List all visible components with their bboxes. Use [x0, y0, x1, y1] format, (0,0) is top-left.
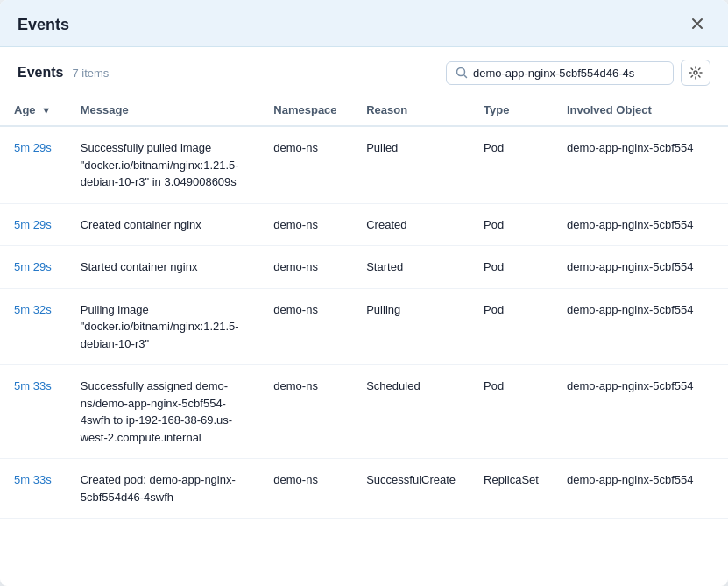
- cell-age: 5m 33s: [0, 459, 67, 519]
- cell-message: Pulling image "docker.io/bitnami/nginx:1…: [67, 288, 260, 365]
- cell-namespace: demo-ns: [259, 203, 352, 246]
- close-icon: [689, 16, 705, 32]
- table-row: 5m 29sStarted container nginxdemo-nsStar…: [0, 246, 728, 289]
- table-container: Age ▼ Message Namespace Reason Type: [0, 95, 728, 586]
- cell-message: Created pod: demo-app-nginx-5cbf554d46-4…: [67, 459, 260, 519]
- cell-reason: Pulled: [352, 126, 470, 203]
- cell-namespace: demo-ns: [259, 365, 352, 459]
- table-row: 5m 29sSuccessfully pulled image "docker.…: [0, 126, 728, 203]
- age-link[interactable]: 5m 29s: [14, 260, 52, 273]
- cell-type: Pod: [470, 203, 553, 246]
- cell-type: Pod: [470, 288, 553, 365]
- cell-reason: Scheduled: [352, 365, 470, 459]
- age-link[interactable]: 5m 29s: [14, 218, 52, 231]
- cell-namespace: demo-ns: [259, 126, 352, 203]
- table-row: 5m 29sCreated container nginxdemo-nsCrea…: [0, 203, 728, 246]
- search-wrapper: [446, 61, 674, 85]
- age-link[interactable]: 5m 33s: [14, 379, 52, 392]
- cell-message: Created container nginx: [67, 203, 260, 246]
- cell-type: ReplicaSet: [470, 459, 553, 519]
- cell-reason: Created: [352, 203, 470, 246]
- age-link[interactable]: 5m 29s: [14, 141, 52, 154]
- toolbar-left: Events 7 items: [18, 65, 109, 81]
- cell-namespace: demo-ns: [259, 459, 352, 519]
- cell-involved-object: demo-app-nginx-5cbf554: [553, 365, 728, 459]
- cell-involved-object: demo-app-nginx-5cbf554: [553, 459, 728, 519]
- toolbar: Events 7 items: [0, 47, 728, 95]
- modal-header: Events: [0, 0, 728, 47]
- col-header-type[interactable]: Type: [470, 95, 553, 126]
- item-count: 7 items: [72, 67, 109, 80]
- col-header-reason[interactable]: Reason: [352, 95, 470, 126]
- cell-involved-object: demo-app-nginx-5cbf554: [553, 126, 728, 203]
- table-body: 5m 29sSuccessfully pulled image "docker.…: [0, 126, 728, 519]
- cell-type: Pod: [470, 246, 553, 289]
- sort-indicator-age: ▼: [41, 105, 51, 116]
- cell-message: Started container nginx: [67, 246, 260, 289]
- cell-age: 5m 29s: [0, 126, 67, 203]
- age-link[interactable]: 5m 33s: [14, 473, 52, 486]
- age-link[interactable]: 5m 32s: [14, 303, 52, 316]
- cell-namespace: demo-ns: [259, 288, 352, 365]
- table-row: 5m 33sSuccessfully assigned demo-ns/demo…: [0, 365, 728, 459]
- cell-type: Pod: [470, 126, 553, 203]
- events-table: Age ▼ Message Namespace Reason Type: [0, 95, 728, 519]
- cell-namespace: demo-ns: [259, 246, 352, 289]
- events-modal: Events Events 7 items: [0, 0, 728, 586]
- cell-message: Successfully pulled image "docker.io/bit…: [67, 126, 260, 203]
- close-button[interactable]: [684, 14, 710, 36]
- cell-involved-object: demo-app-nginx-5cbf554: [553, 203, 728, 246]
- table-row: 5m 33sCreated pod: demo-app-nginx-5cbf55…: [0, 459, 728, 519]
- search-icon: [456, 67, 468, 79]
- table-row: 5m 32sPulling image "docker.io/bitnami/n…: [0, 288, 728, 365]
- col-header-age[interactable]: Age ▼: [0, 95, 67, 126]
- cell-age: 5m 32s: [0, 288, 67, 365]
- cell-age: 5m 29s: [0, 246, 67, 289]
- cell-age: 5m 29s: [0, 203, 67, 246]
- svg-point-1: [694, 71, 697, 74]
- cell-reason: Started: [352, 246, 470, 289]
- cell-message: Successfully assigned demo-ns/demo-app-n…: [67, 365, 260, 459]
- settings-button[interactable]: [681, 60, 710, 86]
- toolbar-right: [446, 60, 710, 86]
- cell-involved-object: demo-app-nginx-5cbf554: [553, 246, 728, 289]
- settings-icon: [689, 66, 703, 80]
- col-header-message[interactable]: Message: [67, 95, 260, 126]
- table-header-row: Age ▼ Message Namespace Reason Type: [0, 95, 728, 126]
- cell-age: 5m 33s: [0, 365, 67, 459]
- cell-involved-object: demo-app-nginx-5cbf554: [553, 288, 728, 365]
- cell-reason: Pulling: [352, 288, 470, 365]
- modal-title: Events: [18, 16, 69, 34]
- col-header-namespace[interactable]: Namespace: [259, 95, 352, 126]
- toolbar-events-title: Events: [18, 65, 63, 81]
- search-input[interactable]: [473, 67, 664, 80]
- cell-reason: SuccessfulCreate: [352, 459, 470, 519]
- cell-type: Pod: [470, 365, 553, 459]
- col-header-involved-object[interactable]: Involved Object: [553, 95, 728, 126]
